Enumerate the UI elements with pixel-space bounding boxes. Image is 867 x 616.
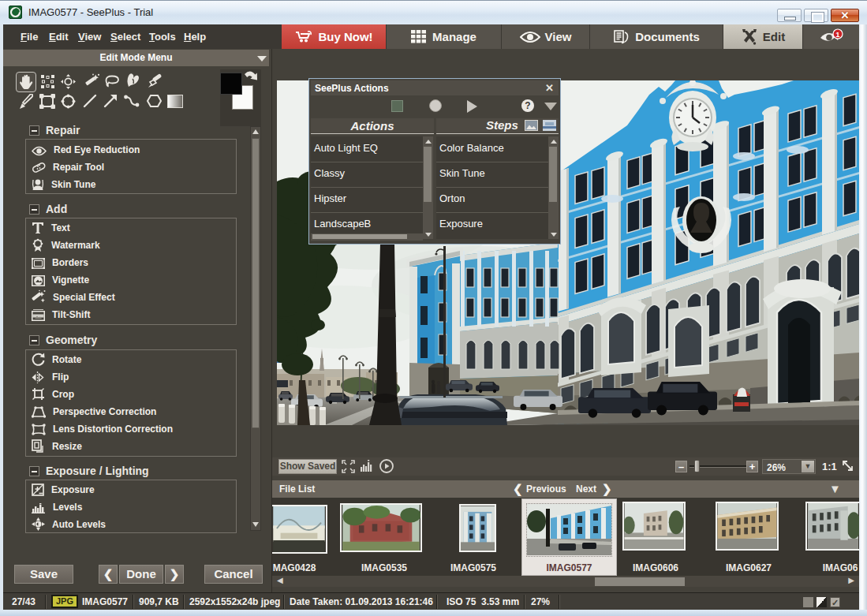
svg-text:1: 1 bbox=[835, 29, 840, 38]
